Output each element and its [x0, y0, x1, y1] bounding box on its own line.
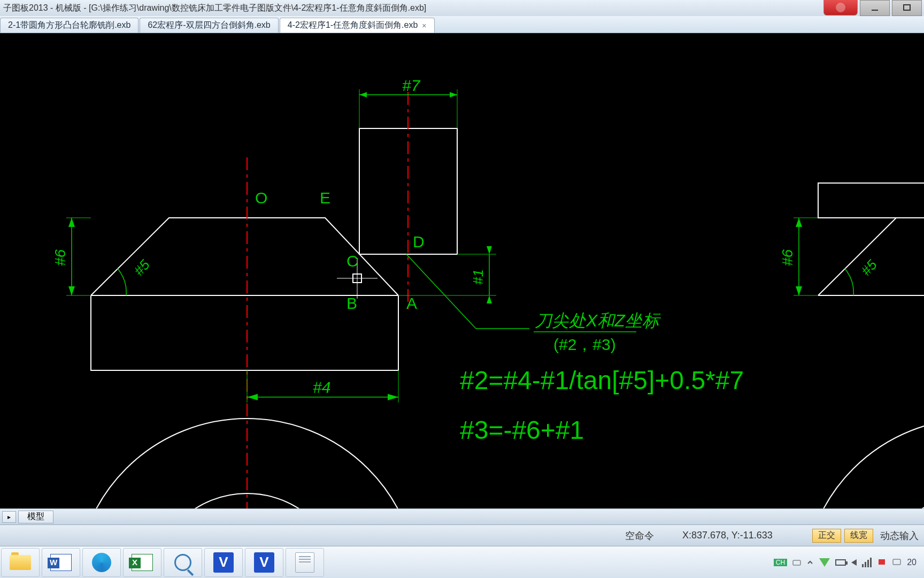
tab-label: 4-2宏程序1-任意角度斜面倒角.exb — [288, 20, 418, 31]
svg-point-40 — [803, 419, 924, 508]
taskbar-magnifier[interactable] — [164, 548, 202, 577]
svg-rect-42 — [793, 560, 800, 565]
battery-icon[interactable] — [835, 559, 846, 566]
folder-icon — [10, 555, 31, 570]
model-tab[interactable]: 模型 — [18, 511, 53, 523]
ime-indicator[interactable]: CH — [774, 559, 787, 566]
command-status: 空命令 — [597, 529, 682, 542]
equation-1: #2=#4-#1/tan[#5]+0.5*#7 — [460, 366, 744, 394]
svg-rect-43 — [879, 559, 885, 565]
svg-marker-17 — [388, 394, 398, 400]
window-title: 子图板2013 - 机械版 - [G:\操作练习\drawing\数控铣床加工零… — [3, 3, 426, 14]
svg-line-4 — [406, 254, 476, 329]
speaker-icon[interactable] — [851, 559, 857, 566]
title-bar: 子图板2013 - 机械版 - [G:\操作练习\drawing\数控铣床加工零… — [0, 0, 924, 16]
svg-marker-22 — [68, 286, 75, 295]
dim-5b: #5 — [858, 256, 880, 279]
chevron-up-icon[interactable] — [806, 559, 814, 566]
pt-E: E — [320, 189, 330, 207]
close-mask-button[interactable] — [823, 0, 858, 16]
shield-icon[interactable] — [819, 558, 830, 567]
leader-title: 刀尖处X和Z坐标 — [535, 311, 661, 330]
svg-marker-26 — [487, 246, 492, 254]
flag-icon[interactable] — [877, 558, 887, 567]
ortho-button[interactable]: 正交 — [812, 529, 841, 543]
svg-marker-37 — [796, 218, 802, 227]
taskbar-explorer[interactable] — [1, 548, 40, 577]
ie-icon — [92, 553, 111, 572]
dim-6a: #6 — [52, 249, 68, 266]
drawing-canvas[interactable]: #7 #4 #6 #5 #1 O E D C B A 刀尖处X和Z坐标 (#2，… — [0, 33, 924, 508]
v-icon: V — [254, 552, 274, 573]
equation-2: #3=-#6+#1 — [460, 416, 584, 444]
svg-marker-38 — [796, 286, 802, 295]
model-tab-label: 模型 — [27, 511, 44, 522]
dim-6b: #6 — [779, 249, 796, 266]
excel-icon — [132, 554, 153, 571]
model-strip: ▸ 模型 — [0, 508, 924, 524]
dynamic-input-toggle[interactable]: 动态输入 — [875, 529, 924, 542]
action-center-icon[interactable] — [892, 558, 902, 567]
taskbar-excel[interactable] — [123, 548, 161, 577]
document-tab-bar: 2-1带圆角方形凸台轮廓铣削.exb 62宏程序-双层四方台倒斜角.exb 4-… — [0, 16, 924, 33]
dim-7: #7 — [402, 77, 421, 94]
minimize-button[interactable] — [860, 0, 890, 16]
svg-rect-2 — [904, 5, 910, 10]
svg-marker-27 — [487, 295, 492, 303]
window-controls — [823, 0, 922, 16]
taskbar-app-v1[interactable]: V — [204, 548, 243, 577]
svg-marker-11 — [359, 92, 367, 97]
v-icon: V — [213, 552, 234, 573]
status-bar: 空命令 X:837.678, Y:-11.633 正交 线宽 动态输入 — [0, 524, 924, 546]
svg-marker-16 — [247, 394, 258, 400]
note-icon — [295, 552, 314, 573]
close-tab-icon[interactable]: × — [422, 21, 426, 30]
tab-doc-0[interactable]: 2-1带圆角方形凸台轮廓铣削.exb — [0, 18, 138, 33]
leader-sub: (#2，#3) — [553, 336, 616, 353]
tab-label: 2-1带圆角方形凸台轮廓铣削.exb — [8, 20, 130, 31]
keyboard-icon[interactable] — [792, 558, 801, 567]
ortho-label: 正交 — [818, 530, 835, 541]
dim-5a: #5 — [130, 256, 153, 279]
pt-A: A — [406, 294, 417, 312]
svg-rect-1 — [872, 10, 878, 11]
taskbar: V V CH 20 — [0, 546, 924, 578]
tab-doc-2[interactable]: 4-2宏程序1-任意角度斜面倒角.exb× — [280, 18, 435, 33]
svg-marker-21 — [68, 218, 75, 227]
taskbar-app-v2[interactable]: V — [245, 548, 283, 577]
zoom-level: 20 — [907, 558, 917, 567]
tab-label: 62宏程序-双层四方台倒斜角.exb — [148, 20, 270, 31]
system-tray: CH 20 — [766, 558, 924, 567]
svg-point-41 — [878, 493, 924, 508]
taskbar-word[interactable] — [42, 548, 80, 577]
svg-rect-44 — [893, 559, 900, 565]
signal-icon[interactable] — [862, 558, 872, 567]
dim-4: #4 — [313, 378, 330, 396]
model-first-button[interactable]: ▸ — [2, 511, 16, 523]
coordinate-readout: X:837.678, Y:-11.633 — [682, 530, 811, 541]
pt-D: D — [413, 233, 425, 250]
pt-O: O — [255, 189, 267, 207]
maximize-button[interactable] — [892, 0, 922, 16]
svg-rect-39 — [818, 183, 924, 218]
lwt-label: 线宽 — [850, 530, 867, 541]
svg-marker-12 — [450, 92, 457, 97]
lineweight-button[interactable]: 线宽 — [844, 529, 873, 543]
pt-C: C — [346, 252, 358, 270]
magnifier-icon — [174, 554, 191, 571]
pt-B: B — [346, 294, 357, 312]
tab-doc-1[interactable]: 62宏程序-双层四方台倒斜角.exb — [140, 18, 278, 33]
svg-point-0 — [836, 3, 845, 12]
dim-1: #1 — [470, 269, 486, 285]
taskbar-notepad[interactable] — [286, 548, 324, 577]
taskbar-ie[interactable] — [82, 548, 121, 577]
word-icon — [50, 554, 72, 571]
